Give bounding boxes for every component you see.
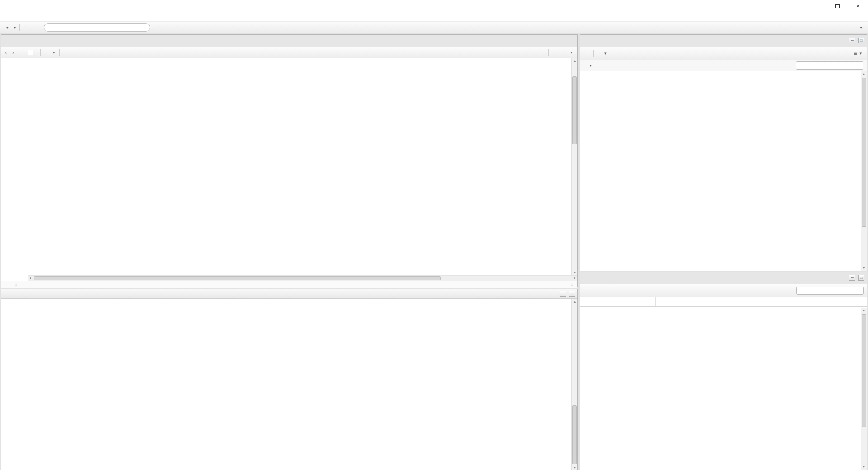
save-icon[interactable] — [24, 27, 25, 28]
run-button[interactable] — [536, 51, 544, 54]
editor-hscroll-thumb[interactable] — [34, 276, 441, 280]
goto-arrow-icon — [48, 27, 50, 28]
source-dropdown-icon: ▾ — [570, 50, 572, 55]
console-scroll-up-icon[interactable]: ▲ — [572, 299, 577, 305]
packages-search-icon — [798, 290, 800, 291]
find-replace-icon[interactable] — [45, 52, 47, 53]
env-scroll-down-icon[interactable]: ▼ — [861, 265, 867, 271]
doc-type-menu[interactable]: ↕ — [569, 282, 573, 287]
source-on-save-checkbox[interactable] — [28, 50, 33, 55]
rerun-icon[interactable] — [553, 52, 555, 53]
save-all-icon[interactable] — [28, 27, 29, 28]
editor-vertical-scrollbar[interactable]: ▲ ▼ — [571, 58, 577, 275]
scroll-down-icon[interactable]: ▼ — [572, 270, 577, 275]
editor-tab-strip — [1, 35, 577, 47]
packages-minimize-icon[interactable]: ─ — [849, 275, 855, 281]
console-maximize-icon[interactable]: □ — [569, 291, 575, 297]
open-file-dropdown-icon[interactable]: ▾ — [14, 25, 16, 30]
code-tools-icon[interactable] — [49, 52, 51, 53]
console-scrollbar[interactable]: ▲ ▼ — [571, 299, 577, 470]
environment-object-list — [580, 71, 867, 271]
code-tools-dropdown-icon[interactable]: ▾ — [53, 50, 55, 55]
import-dropdown-icon: ▾ — [604, 51, 607, 56]
update-button[interactable] — [594, 289, 602, 292]
console-scroll-down-icon[interactable]: ▼ — [572, 465, 577, 470]
goto-file-input[interactable] — [52, 24, 146, 31]
close-button[interactable]: × — [848, 0, 868, 12]
function-context-menu[interactable]: ↕ — [9, 282, 17, 287]
environment-scope-bar: ▾ — [580, 60, 867, 71]
new-file-icon[interactable] — [3, 27, 5, 28]
environment-search-box[interactable] — [796, 61, 863, 70]
packages-list — [580, 307, 867, 470]
save-workspace-icon[interactable] — [587, 53, 589, 54]
clear-objects-icon[interactable] — [612, 53, 613, 54]
environment-search-input[interactable] — [802, 62, 861, 69]
column-description[interactable] — [655, 297, 818, 306]
env-scroll-up-icon[interactable]: ▲ — [861, 71, 867, 77]
refresh-packages-icon[interactable] — [610, 290, 612, 291]
list-dropdown-icon: ▾ — [859, 51, 862, 56]
load-workspace-icon[interactable] — [583, 53, 585, 54]
environment-tab-strip: ─ □ — [580, 35, 867, 47]
global-environment-icon — [583, 65, 585, 66]
import-dataset-button[interactable]: ▾ — [598, 50, 609, 56]
title-bar: × — [0, 0, 868, 12]
doctype-updown-icon: ↕ — [571, 282, 573, 287]
menu-bar — [0, 12, 868, 22]
open-in-new-window-icon[interactable] — [10, 293, 12, 294]
import-dataset-icon — [600, 53, 602, 54]
nav-back-icon[interactable]: ‹ — [4, 50, 8, 55]
new-file-dropdown-icon[interactable]: ▾ — [6, 25, 9, 30]
packages-search-box[interactable] — [796, 287, 864, 295]
editor-horizontal-scrollbar[interactable]: ‹ › — [1, 275, 577, 281]
project-selector[interactable]: ▾ — [854, 25, 865, 30]
run-icon — [538, 52, 540, 53]
main-toolbar: ▾ ▾ ▾ — [0, 22, 868, 33]
source-icon — [566, 52, 567, 53]
pkg-scroll-down-icon[interactable]: ▼ — [861, 464, 867, 470]
packages-toolbar — [580, 284, 867, 297]
context-updown-icon: ↕ — [15, 282, 17, 287]
environment-maximize-icon[interactable]: □ — [858, 38, 864, 43]
editor-scroll-thumb[interactable] — [572, 76, 577, 144]
packages-scrollbar[interactable]: ▲ ▼ — [861, 308, 867, 470]
editor-status-bar: ↕ ↕ — [1, 281, 577, 288]
open-file-icon[interactable] — [11, 27, 13, 28]
env-scroll-thumb[interactable] — [862, 78, 866, 227]
environment-minimize-icon[interactable]: ─ — [849, 38, 855, 43]
workspace: ‹ › ▾ — [0, 34, 868, 470]
code-editor[interactable]: ▲ ▼ — [1, 58, 577, 275]
source-pane: ‹ › ▾ — [1, 34, 578, 287]
function-context-icon — [9, 284, 11, 285]
restore-button[interactable] — [827, 0, 848, 12]
print-icon[interactable] — [37, 27, 39, 28]
nav-forward-icon[interactable]: › — [11, 50, 15, 55]
minimize-button[interactable] — [807, 0, 827, 12]
environment-scrollbar[interactable]: ▲ ▼ — [861, 71, 867, 271]
pkg-scroll-thumb[interactable] — [862, 314, 866, 427]
compile-notebook-icon[interactable] — [64, 52, 66, 53]
console-minimize-icon[interactable]: ─ — [560, 291, 566, 297]
save-source-icon[interactable] — [24, 52, 25, 53]
project-icon — [854, 27, 856, 28]
scroll-left-icon[interactable]: ‹ — [28, 276, 33, 281]
packages-search-input[interactable] — [802, 287, 862, 294]
pkg-scroll-up-icon[interactable]: ▲ — [861, 308, 867, 313]
goto-file-box[interactable] — [44, 23, 150, 32]
refresh-environment-icon[interactable] — [616, 53, 618, 54]
scope-dropdown-icon[interactable]: ▾ — [590, 63, 592, 68]
scroll-up-icon[interactable]: ▲ — [572, 58, 577, 64]
source-button[interactable]: ▾ — [563, 49, 575, 56]
console-scroll-thumb[interactable] — [572, 405, 577, 464]
packages-maximize-icon[interactable]: □ — [858, 275, 864, 281]
install-button[interactable] — [583, 289, 591, 292]
packages-tab-strip: ─ □ — [580, 272, 867, 284]
rstudio-logo-icon — [4, 5, 5, 6]
packages-pane: ─ □ — [580, 272, 867, 470]
env-view-list-button[interactable]: ≡ ▾ — [851, 49, 864, 57]
console-output[interactable] — [1, 299, 577, 301]
rstudio-window: × ▾ ▾ ▾ ‹ › — [0, 0, 868, 470]
scroll-right-icon[interactable]: › — [571, 276, 577, 281]
column-version[interactable] — [818, 297, 853, 306]
